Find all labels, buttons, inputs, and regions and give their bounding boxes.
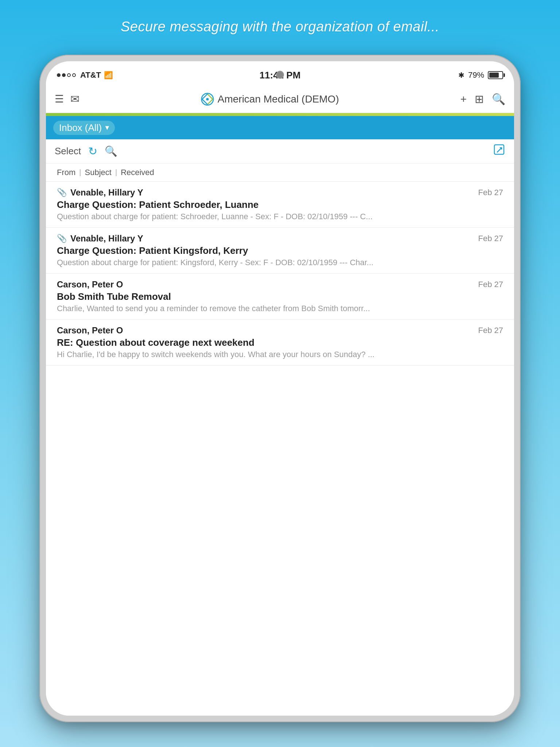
email-item-3[interactable]: Carson, Peter O Feb 27 Bob Smith Tube Re… (46, 274, 514, 320)
email-sender-3: Carson, Peter O (57, 279, 123, 290)
email-item-4[interactable]: Carson, Peter O Feb 27 RE: Question abou… (46, 320, 514, 365)
email-subject-2: Charge Question: Patient Kingsford, Kerr… (57, 245, 503, 256)
signal-indicator (57, 73, 76, 77)
email-list: 📎 Venable, Hillary Y Feb 27 Charge Quest… (46, 182, 514, 716)
inbox-label: Inbox (All) (59, 122, 102, 133)
chevron-down-icon: ▼ (104, 124, 110, 132)
search-icon[interactable]: 🔍 (492, 93, 505, 105)
svg-rect-2 (494, 145, 504, 154)
email-subject-3: Bob Smith Tube Removal (57, 291, 503, 302)
svg-point-1 (206, 98, 209, 100)
email-subject-1: Charge Question: Patient Schroeder, Luan… (57, 199, 503, 210)
signal-dot-2 (62, 73, 66, 77)
email-subject-4: RE: Question about coverage next weekend (57, 337, 503, 348)
refresh-icon[interactable]: ↻ (88, 145, 97, 158)
subject-column-header: Subject (85, 168, 112, 177)
tablet-device: AT&T 📶 11:42 PM ✱ 79% ☰ ✉ (39, 55, 521, 722)
email-item-2[interactable]: 📎 Venable, Hillary Y Feb 27 Charge Quest… (46, 228, 514, 274)
email-date-4: Feb 27 (478, 326, 503, 335)
email-preview-2: Question about charge for patient: Kings… (57, 258, 503, 267)
battery-icon (488, 71, 503, 79)
attachment-icon-1: 📎 (57, 188, 67, 197)
signal-dot-3 (67, 73, 71, 77)
battery-fill (489, 73, 499, 78)
qr-icon[interactable]: ⊞ (475, 93, 484, 105)
camera (276, 71, 284, 79)
search-toolbar-icon[interactable]: 🔍 (105, 145, 117, 157)
email-date-2: Feb 27 (478, 234, 503, 243)
email-date-1: Feb 27 (478, 188, 503, 197)
header-center: American Medical (DEMO) (79, 93, 460, 106)
mail-icon[interactable]: ✉ (70, 93, 79, 105)
toolbar: Select ↻ 🔍 (46, 139, 514, 163)
add-icon[interactable]: + (460, 93, 467, 105)
col-divider-1: | (79, 168, 81, 177)
wifi-icon: 📶 (104, 71, 113, 80)
email-sender-1: 📎 Venable, Hillary Y (57, 187, 143, 198)
column-headers: From | Subject | Received (46, 163, 514, 182)
status-right: ✱ 79% (354, 70, 503, 80)
received-column-header: Received (121, 168, 154, 177)
attachment-icon-2: 📎 (57, 234, 67, 243)
signal-dot-4 (72, 73, 76, 77)
battery-percent: 79% (468, 70, 484, 80)
email-date-3: Feb 27 (478, 280, 503, 289)
header-right: + ⊞ 🔍 (460, 93, 505, 105)
signal-dot-1 (57, 73, 61, 77)
email-preview-3: Charlie, Wanted to send you a reminder t… (57, 304, 503, 313)
accent-bar (46, 113, 514, 116)
email-preview-1: Question about charge for patient: Schro… (57, 212, 503, 221)
carrier-name: AT&T (80, 70, 101, 80)
email-item-1[interactable]: 📎 Venable, Hillary Y Feb 27 Charge Quest… (46, 182, 514, 228)
header-left: ☰ ✉ (55, 93, 79, 105)
email-sender-4: Carson, Peter O (57, 325, 123, 336)
email-sender-2: 📎 Venable, Hillary Y (57, 233, 143, 244)
inbox-dropdown[interactable]: Inbox (All) ▼ (53, 121, 115, 135)
app-logo (201, 93, 214, 106)
bluetooth-icon: ✱ (458, 71, 464, 80)
inbox-bar: Inbox (All) ▼ (46, 116, 514, 139)
app-title: American Medical (DEMO) (218, 93, 339, 105)
col-divider-2: | (115, 168, 117, 177)
compose-icon[interactable] (494, 144, 505, 158)
tagline: Secure messaging with the organization o… (121, 19, 439, 35)
email-preview-4: Hi Charlie, I'd be happy to switch weeke… (57, 350, 503, 359)
hamburger-icon[interactable]: ☰ (55, 93, 64, 105)
status-left: AT&T 📶 (57, 70, 206, 80)
from-column-header: From (57, 168, 75, 177)
select-button[interactable]: Select (55, 146, 81, 157)
app-header: ☰ ✉ American Medical (DEMO) + ⊞ 🔍 (46, 85, 514, 113)
svg-line-3 (497, 148, 502, 152)
